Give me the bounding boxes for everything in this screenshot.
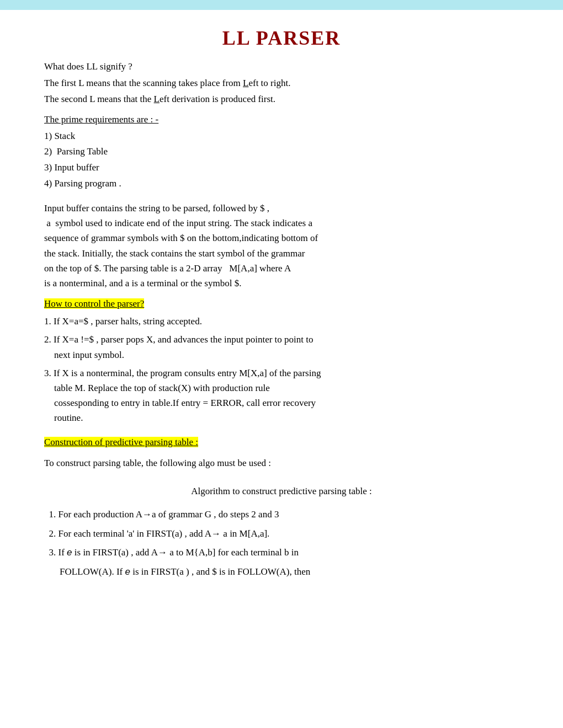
- arrow-1: →: [142, 509, 152, 520]
- control-item-3-cont1: table M. Replace the top of stack(X) wit…: [44, 381, 519, 395]
- construction-heading-wrapper: Construction of predictive parsing table…: [44, 437, 519, 448]
- req-item-3: 3) Input buffer: [44, 160, 519, 176]
- epsilon-1: е: [67, 547, 72, 558]
- epsilon-2: е: [125, 566, 130, 577]
- control-section: How to control the parser? 1. If X=a=$ ,…: [44, 298, 519, 425]
- page-content: LL PARSER What does LL signify ? The fir…: [0, 10, 563, 602]
- construction-heading-text: Construction of predictive parsing table…: [44, 437, 198, 447]
- req-item-1: 1) Stack: [44, 129, 519, 144]
- underline-left2: L: [154, 94, 160, 104]
- algo-step-3: 3. If е is in FIRST(a) , add A→ a to M{A…: [44, 545, 519, 561]
- input-buffer-text: Input buffer contains the string to be p…: [44, 201, 519, 291]
- intro-line2: The second L means that the Left derivat…: [44, 92, 519, 106]
- algo-heading: Algorithm to construct predictive parsin…: [44, 486, 519, 497]
- control-heading-text: How to control the parser?: [44, 298, 144, 309]
- page-title: LL PARSER: [44, 26, 519, 50]
- control-item-3-cont3: routine.: [44, 410, 519, 425]
- construction-section: Construction of predictive parsing table…: [44, 437, 519, 581]
- input-buffer-section: Input buffer contains the string to be p…: [44, 201, 519, 291]
- requirements-heading: The prime requirements are : -: [44, 114, 519, 125]
- algo-step-1: 1. For each production A→a of grammar G …: [44, 507, 519, 523]
- intro-line1: The first L means that the scanning take…: [44, 76, 519, 90]
- arrow-3: →: [158, 547, 167, 558]
- control-item-2: 2. If X=a !=$ , parser pops X, and advan…: [44, 332, 519, 362]
- control-item-3: 3. If X is a nonterminal, the program co…: [44, 366, 519, 426]
- algo-steps: 1. For each production A→a of grammar G …: [44, 507, 519, 581]
- algo-step-2: 2. For each terminal 'a' in FIRST(a) , a…: [44, 526, 519, 542]
- control-heading: How to control the parser?: [44, 298, 519, 309]
- req-item-4: 4) Parsing program .: [44, 176, 519, 192]
- algo-step-3-cont: FOLLOW(A). If е is in FIRST(a ) , and $ …: [44, 564, 519, 580]
- arrow-2: →: [211, 528, 221, 539]
- control-item-3-cont2: cossesponding to entry in table.If entry…: [44, 395, 519, 410]
- req-item-2: 2) Parsing Table: [44, 144, 519, 160]
- control-item-2-cont: next input symbol.: [44, 347, 519, 362]
- intro-question: What does LL signify ?: [44, 60, 519, 74]
- intro-section: What does LL signify ? The first L means…: [44, 60, 519, 106]
- top-bar: [0, 0, 563, 10]
- requirements-section: The prime requirements are : - 1) Stack …: [44, 114, 519, 192]
- construction-intro: To construct parsing table, the followin…: [44, 456, 519, 470]
- control-item-1: 1. If X=a=$ , parser halts, string accep…: [44, 314, 519, 329]
- underline-left1: L: [243, 78, 248, 88]
